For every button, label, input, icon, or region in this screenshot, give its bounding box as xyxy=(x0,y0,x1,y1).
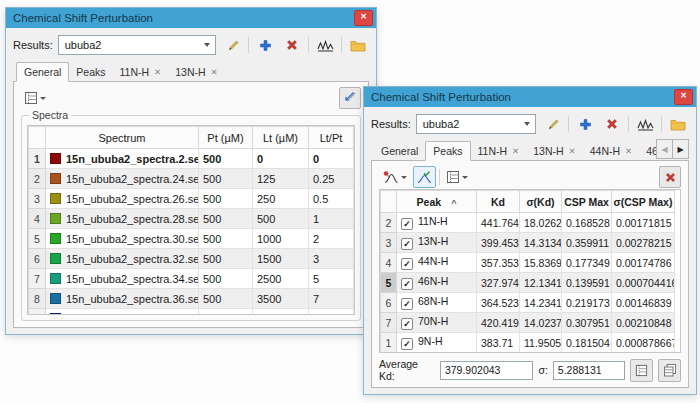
sigma-field[interactable]: 5.288131 xyxy=(553,361,625,380)
add-results-button[interactable] xyxy=(254,34,276,56)
peak-row[interactable]: 6✓68N-H364.52314.23410.2191730.00146839 xyxy=(381,293,675,313)
tab-11n-h[interactable]: 11N-H✕ xyxy=(113,63,169,81)
results-label: Results: xyxy=(13,39,53,51)
ltpt-value: 0.5 xyxy=(309,189,354,209)
tab-close-icon[interactable]: ✕ xyxy=(569,147,576,155)
lt-value: 0 xyxy=(253,149,309,169)
peak-checkbox[interactable]: ✓ xyxy=(401,238,413,250)
column-header-lt[interactable]: Lt (µM) xyxy=(253,127,309,149)
chevron-down-icon xyxy=(204,43,210,47)
spectra-table-body: 115n_ububa2_spectra.2.ser50000215n_ububa… xyxy=(29,149,354,316)
tab-general[interactable]: General xyxy=(374,142,425,160)
tab-scroll-right-button[interactable]: ▶ xyxy=(672,139,689,159)
sigma-kd-value: 12.1341 xyxy=(520,273,562,293)
edit-results-button[interactable] xyxy=(541,113,563,135)
tab-close-icon[interactable]: ✕ xyxy=(625,147,632,155)
peak-checkbox[interactable]: ✓ xyxy=(401,318,413,330)
peak-checkbox[interactable]: ✓ xyxy=(401,258,413,270)
spectra-row[interactable]: 515n_ububa2_spectra.30.ser50010002 xyxy=(29,229,354,249)
peak-name: 13N-H xyxy=(418,235,448,247)
results-combobox-value: ububa2 xyxy=(65,39,102,51)
titlebar[interactable]: Chemical Shift Perturbation ✕ xyxy=(364,87,696,107)
copy-table-button[interactable] xyxy=(658,359,681,382)
edit-results-button[interactable] xyxy=(221,34,243,56)
sigma-kd-value: 15.8369 xyxy=(520,253,562,273)
tab-close-icon[interactable]: ✕ xyxy=(211,68,218,76)
average-kd-field[interactable]: 379.902043 xyxy=(440,361,534,380)
table-menu-button[interactable] xyxy=(21,87,49,109)
spectra-row[interactable]: 915n_ububa2_spectra.38.ser50045009 xyxy=(29,309,354,316)
peak-checkbox[interactable]: ✓ xyxy=(401,278,413,290)
tab-13n-h[interactable]: 13N-H✕ xyxy=(168,63,224,81)
peak-row[interactable]: 5✓46N-H327.97412.13410.1395910.000704416 xyxy=(381,273,675,293)
tab-close-icon[interactable]: ✕ xyxy=(512,147,519,155)
table-menu-button[interactable] xyxy=(443,166,471,188)
peak-checkbox[interactable]: ✓ xyxy=(401,298,413,310)
spectra-row[interactable]: 715n_ububa2_spectra.34.ser50025005 xyxy=(29,269,354,289)
spectrum-name: 15n_ububa2_spectra.30.ser xyxy=(66,233,199,245)
row-number: 6 xyxy=(29,249,46,269)
tab-scroll-left-button[interactable]: ◀ xyxy=(656,139,673,159)
column-header-sigma-kd[interactable]: σ(Kd) xyxy=(520,191,562,213)
tab-peaks[interactable]: Peaks xyxy=(425,141,470,161)
chevron-down-icon xyxy=(401,176,407,179)
tab-13n-h[interactable]: 13N-H✕ xyxy=(526,142,582,160)
column-header-ltpt[interactable]: Lt/Pt xyxy=(309,127,354,149)
delete-peak-button[interactable] xyxy=(659,166,681,188)
column-header-sigma-csp-max[interactable]: σ(CSP Max) xyxy=(612,191,675,213)
peak-fit-button[interactable] xyxy=(413,166,436,188)
peak-pick-button[interactable] xyxy=(379,166,410,188)
peak-row[interactable]: 3✓13N-H399.45314.31340.3599110.00278215 xyxy=(381,233,675,253)
csp-max-value: 0.219173 xyxy=(562,293,612,313)
peak-check-icon xyxy=(416,170,433,184)
column-header-pt[interactable]: Pt (µM) xyxy=(199,127,253,149)
results-combobox[interactable]: ububa2 xyxy=(58,35,216,55)
peak-row[interactable]: 7✓70N-H420.41914.02370.3079510.00210848 xyxy=(381,313,675,333)
spectrum-cell: 15n_ububa2_spectra.2.ser xyxy=(46,149,199,169)
column-header-csp-max[interactable]: CSP Max xyxy=(562,191,612,213)
results-combobox[interactable]: ububa2 xyxy=(416,114,536,134)
spectra-row[interactable]: 415n_ububa2_spectra.28.ser5005001 xyxy=(29,209,354,229)
separator xyxy=(248,37,249,53)
open-folder-button[interactable] xyxy=(667,113,689,135)
column-header-kd[interactable]: Kd xyxy=(477,191,520,213)
row-number: 7 xyxy=(381,313,397,333)
delete-results-button[interactable] xyxy=(281,34,303,56)
close-button[interactable]: ✕ xyxy=(354,10,373,26)
sigma-csp-max-value: 0.000878667 xyxy=(612,333,675,353)
spectra-row[interactable]: 315n_ububa2_spectra.26.ser5002500.5 xyxy=(29,189,354,209)
show-chart-button[interactable] xyxy=(314,34,336,56)
tab-general[interactable]: General xyxy=(16,62,69,82)
tab-11n-h[interactable]: 11N-H✕ xyxy=(471,142,527,160)
peak-checkbox[interactable]: ✓ xyxy=(401,218,413,230)
lt-value: 1500 xyxy=(253,249,309,269)
close-button[interactable]: ✕ xyxy=(674,89,693,105)
tab-peaks[interactable]: Peaks xyxy=(69,63,112,81)
open-folder-button[interactable] xyxy=(347,34,369,56)
peak-row[interactable]: 4✓44N-H357.35315.83690.1773490.00174786 xyxy=(381,253,675,273)
tab-close-icon[interactable]: ✕ xyxy=(154,68,161,76)
sigma-csp-max-value: 0.00174786 xyxy=(612,253,675,273)
spectra-row[interactable]: 215n_ububa2_spectra.24.ser5001250.25 xyxy=(29,169,354,189)
titlebar[interactable]: Chemical Shift Perturbation ✕ xyxy=(6,8,376,28)
sigma-kd-value: 14.2341 xyxy=(520,293,562,313)
row-number: 3 xyxy=(381,233,397,253)
peak-checkbox[interactable]: ✓ xyxy=(401,338,413,350)
show-table-button[interactable] xyxy=(630,359,653,382)
peak-row[interactable]: 2✓11N-H441.76418.02620.1685280.00171815 xyxy=(381,213,675,233)
spectra-row[interactable]: 115n_ububa2_spectra.2.ser50000 xyxy=(29,149,354,169)
table-icon xyxy=(635,364,648,377)
peak-row[interactable]: 1✓9N-H383.7111.95050.1815040.000878667 xyxy=(381,333,675,353)
spectra-row[interactable]: 615n_ububa2_spectra.32.ser50015003 xyxy=(29,249,354,269)
assign-tool-button[interactable] xyxy=(339,87,361,109)
show-chart-button[interactable] xyxy=(634,113,656,135)
csp-max-value: 0.181504 xyxy=(562,333,612,353)
delete-results-button[interactable] xyxy=(601,113,623,135)
tab-44n-h[interactable]: 44N-H✕ xyxy=(583,142,639,160)
lt-value: 500 xyxy=(253,209,309,229)
column-header-spectrum[interactable]: Spectrum xyxy=(46,127,199,149)
add-results-button[interactable] xyxy=(574,113,596,135)
column-header-peak[interactable]: Peak^ xyxy=(397,191,477,213)
spectra-row[interactable]: 815n_ububa2_spectra.36.ser50035007 xyxy=(29,289,354,309)
separator xyxy=(568,116,569,132)
